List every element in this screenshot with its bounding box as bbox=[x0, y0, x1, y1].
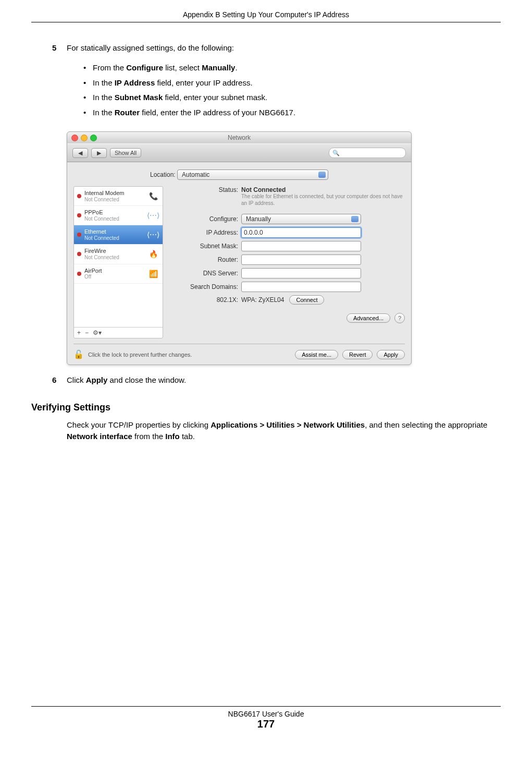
status-label: Status: bbox=[170, 186, 241, 193]
settings-pane: Status: Not Connected The cable for Ethe… bbox=[170, 186, 405, 338]
step-text: For statically assigned settings, do the… bbox=[67, 43, 234, 52]
interfaces-sidebar: Internal ModemNot Connected 📞 PPPoENot C… bbox=[73, 186, 163, 338]
para-bold: Applications > Utilities > Network Utili… bbox=[211, 420, 365, 429]
step-text-part: Click bbox=[67, 375, 86, 384]
step-text-bold: Apply bbox=[86, 375, 108, 384]
step-text-part: and close the window. bbox=[107, 375, 186, 384]
help-button[interactable]: ? bbox=[394, 313, 405, 323]
configure-value: Manually bbox=[246, 215, 271, 223]
ip-address-input[interactable] bbox=[241, 227, 361, 238]
sidebar-item-sub: Off bbox=[84, 274, 102, 280]
sidebar-item-sub: Not Connected bbox=[84, 197, 124, 203]
para-text: from the bbox=[132, 432, 165, 441]
gear-menu-button[interactable]: ⚙▾ bbox=[93, 329, 102, 336]
configure-select[interactable]: Manually bbox=[241, 214, 361, 224]
window-toolbar: ◀ ▶ Show All 🔍 bbox=[67, 143, 411, 162]
forward-button[interactable]: ▶ bbox=[91, 148, 107, 158]
sidebar-item-pppoe[interactable]: PPPoENot Connected ⟨⋯⟩ bbox=[74, 206, 163, 225]
configure-label: Configure: bbox=[170, 215, 241, 223]
step-number: 5 bbox=[52, 43, 67, 52]
bullet-text: . bbox=[235, 63, 237, 72]
bullet-text: field, enter your IP address. bbox=[155, 78, 252, 87]
step-number: 6 bbox=[52, 375, 67, 384]
network-preferences-window: Network ◀ ▶ Show All 🔍 Location: Automat… bbox=[67, 131, 412, 365]
show-all-button[interactable]: Show All bbox=[110, 148, 141, 157]
step-6: 6 Click Apply and close the window. bbox=[52, 375, 501, 384]
8021x-label: 802.1X: bbox=[170, 296, 241, 304]
window-titlebar: Network bbox=[67, 132, 411, 143]
search-icon: 🔍 bbox=[332, 150, 340, 156]
minimize-icon[interactable] bbox=[81, 135, 88, 141]
status-dot-icon bbox=[77, 233, 81, 237]
step-text: Click Apply and close the window. bbox=[67, 375, 186, 384]
status-dot-icon bbox=[77, 194, 81, 198]
sidebar-item-firewire[interactable]: FireWireNot Connected 🔥 bbox=[74, 245, 163, 264]
back-button[interactable]: ◀ bbox=[72, 148, 88, 158]
remove-interface-button[interactable]: − bbox=[85, 329, 89, 336]
section-heading: Verifying Settings bbox=[31, 402, 501, 413]
sidebar-item-sub: Not Connected bbox=[84, 254, 119, 261]
bullet-bold: Subnet Mask bbox=[115, 93, 163, 102]
router-input[interactable] bbox=[241, 254, 361, 265]
bullet-text: list, select bbox=[163, 63, 202, 72]
lock-text: Click the lock to prevent further change… bbox=[88, 351, 192, 358]
bullet-bold: Configure bbox=[126, 63, 163, 72]
footer-guide-name: NBG6617 User's Guide bbox=[31, 710, 501, 718]
para-text: , and then selecting the appropriate bbox=[365, 420, 487, 429]
8021x-value: WPA: ZyXEL04 bbox=[241, 296, 284, 304]
page-footer: NBG6617 User's Guide 177 bbox=[31, 706, 501, 730]
search-domains-label: Search Domains: bbox=[170, 283, 241, 290]
subnet-mask-label: Subnet Mask: bbox=[170, 242, 241, 250]
status-description: The cable for Ethernet is connected, but… bbox=[241, 193, 405, 207]
dns-server-label: DNS Server: bbox=[170, 270, 241, 277]
sidebar-item-label: PPPoE bbox=[84, 209, 119, 216]
bullet-bold: Router bbox=[115, 108, 140, 117]
apply-button[interactable]: Apply bbox=[377, 350, 405, 359]
firewire-icon: 🔥 bbox=[147, 249, 159, 259]
add-interface-button[interactable]: + bbox=[77, 329, 81, 336]
dns-server-input[interactable] bbox=[241, 268, 361, 278]
search-domains-input[interactable] bbox=[241, 282, 361, 292]
router-label: Router: bbox=[170, 256, 241, 263]
bullet-bold: Manually bbox=[202, 63, 235, 72]
status-value: Not Connected bbox=[241, 186, 405, 193]
sidebar-item-label: FireWire bbox=[84, 248, 119, 254]
window-title: Network bbox=[228, 134, 251, 141]
para-text: tab. bbox=[180, 432, 195, 441]
sidebar-item-sub: Not Connected bbox=[84, 216, 119, 222]
airport-icon: 📶 bbox=[147, 269, 159, 279]
sidebar-item-ethernet[interactable]: EthernetNot Connected ⟨⋯⟩ bbox=[74, 225, 163, 245]
sidebar-item-label: AirPort bbox=[84, 268, 102, 274]
bullet-text: In the bbox=[93, 93, 115, 102]
sidebar-item-internal-modem[interactable]: Internal ModemNot Connected 📞 bbox=[74, 187, 163, 206]
ip-address-label: IP Address: bbox=[170, 229, 241, 236]
location-label: Location: bbox=[150, 171, 176, 178]
bullet-text: In the bbox=[93, 108, 115, 117]
connect-button[interactable]: Connect bbox=[289, 295, 324, 305]
status-dot-icon bbox=[77, 252, 81, 256]
zoom-icon[interactable] bbox=[90, 135, 97, 141]
subnet-mask-input[interactable] bbox=[241, 241, 361, 251]
location-select[interactable]: Automatic bbox=[177, 169, 328, 180]
para-bold: Network interface bbox=[67, 432, 132, 441]
sidebar-item-sub: Not Connected bbox=[84, 235, 119, 241]
page-header: Appendix B Setting Up Your Computer's IP… bbox=[31, 10, 501, 22]
bullet-text: field, enter your subnet mask. bbox=[163, 93, 267, 102]
bullet-text: In the bbox=[93, 78, 115, 87]
modem-icon: 📞 bbox=[147, 191, 159, 201]
status-dot-icon bbox=[77, 272, 81, 276]
bullet-bold: IP Address bbox=[115, 78, 155, 87]
assist-me-button[interactable]: Assist me... bbox=[295, 350, 338, 359]
lock-icon[interactable]: 🔓 bbox=[73, 349, 84, 359]
sidebar-item-label: Ethernet bbox=[84, 228, 119, 235]
search-input[interactable]: 🔍 bbox=[329, 148, 406, 158]
step-5: 5 For statically assigned settings, do t… bbox=[52, 43, 501, 52]
para-text: Check your TCP/IP properties by clicking bbox=[67, 420, 211, 429]
revert-button[interactable]: Revert bbox=[342, 350, 373, 359]
sidebar-item-airport[interactable]: AirPortOff 📶 bbox=[74, 264, 163, 284]
close-icon[interactable] bbox=[71, 135, 78, 141]
pppoe-icon: ⟨⋯⟩ bbox=[147, 210, 159, 221]
advanced-button[interactable]: Advanced... bbox=[347, 313, 390, 323]
para-bold: Info bbox=[165, 432, 180, 441]
bullet-text: field, enter the IP address of your NBG6… bbox=[140, 108, 295, 117]
